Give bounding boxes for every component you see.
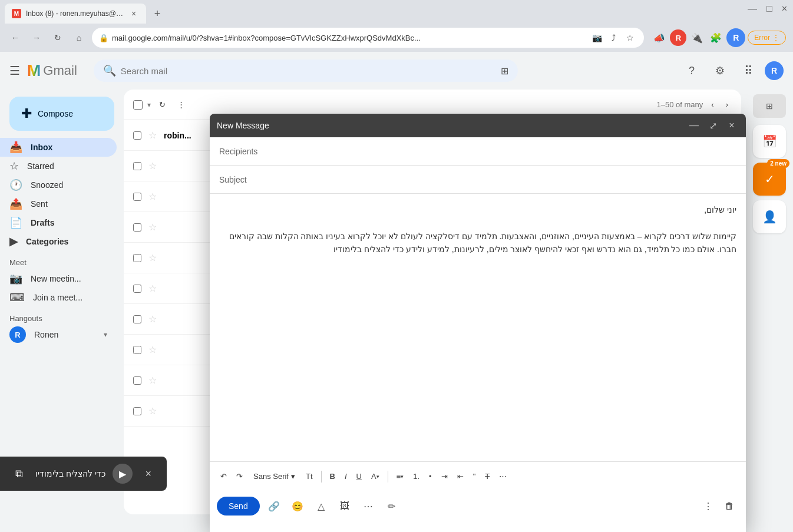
email-star[interactable]: ☆ (148, 130, 157, 141)
email-checkbox[interactable] (133, 131, 141, 140)
email-checkbox[interactable] (133, 315, 141, 323)
sidebar-item-drafts[interactable]: 📄 Drafts (0, 213, 117, 232)
puzzle-ext-icon[interactable]: 🧩 (708, 29, 724, 46)
quote-button[interactable]: " (470, 470, 480, 483)
outdent-button[interactable]: ⇤ (454, 470, 467, 483)
new-tab-button[interactable]: + (148, 5, 166, 22)
maximize-button[interactable]: □ (766, 4, 772, 14)
pen-button[interactable]: ✏ (382, 497, 401, 516)
search-settings-icon[interactable]: ⊞ (501, 65, 508, 77)
compose-body[interactable]: יוני שלום, קיימות שלוש דרכים לקרוא – באמ… (210, 194, 746, 461)
bold-button[interactable]: B (326, 470, 339, 483)
underline-button[interactable]: U (353, 470, 365, 483)
compose-minimize-button[interactable]: — (687, 118, 701, 133)
screenshot-icon[interactable]: 📷 (590, 31, 604, 45)
email-checkbox[interactable] (133, 162, 141, 170)
hangouts-dropdown-icon[interactable]: ▾ (104, 331, 107, 339)
more-actions-button[interactable]: ⋮ (174, 98, 189, 111)
plug-ext-icon[interactable]: 🔌 (689, 29, 705, 46)
drive-button[interactable]: △ (312, 497, 331, 516)
home-button[interactable]: ⌂ (71, 29, 87, 46)
gmail-profile-button[interactable]: R (765, 61, 784, 80)
more-formatting-button[interactable]: ⋯ (495, 470, 510, 483)
calendar-widget[interactable]: 📅 (753, 125, 786, 158)
strikethrough-button[interactable]: T (481, 470, 493, 483)
right-panel-scroll-widget[interactable]: ⊞ (753, 94, 786, 118)
email-star[interactable]: ☆ (148, 160, 157, 171)
sidebar-item-starred[interactable]: ☆ Starred (0, 157, 117, 176)
photo-button[interactable]: 🖼 (335, 497, 354, 516)
minimize-button[interactable]: — (748, 4, 757, 14)
sidebar-item-categories[interactable]: ▶ Categories (0, 232, 117, 251)
red-ext-icon[interactable]: R (670, 29, 686, 46)
italic-button[interactable]: I (341, 470, 351, 483)
email-star[interactable]: ☆ (148, 375, 157, 386)
error-button[interactable]: Error ⋮ (748, 31, 786, 45)
email-checkbox[interactable] (133, 407, 141, 415)
emoji-button[interactable]: 😊 (288, 497, 307, 516)
text-color-button[interactable]: A ▾ (368, 470, 383, 483)
send-button[interactable]: Send (217, 497, 260, 516)
settings-button[interactable]: ⚙ (708, 59, 732, 82)
hamburger-menu-button[interactable]: ☰ (9, 64, 20, 78)
contacts-widget[interactable]: 👤 (753, 200, 786, 233)
more-insert-button[interactable]: ⋯ (359, 497, 378, 516)
compose-button[interactable]: ✚ Compose (9, 97, 114, 131)
compose-expand-button[interactable]: ⤢ (706, 118, 720, 133)
email-checkbox[interactable] (133, 285, 141, 293)
sidebar-item-snoozed[interactable]: 🕐 Snoozed (0, 176, 117, 194)
refresh-button[interactable]: ↻ (156, 98, 169, 111)
prev-page-button[interactable]: ‹ (708, 98, 717, 111)
email-checkbox[interactable] (133, 346, 141, 354)
next-page-button[interactable]: › (722, 98, 732, 111)
compose-close-button[interactable]: × (725, 118, 739, 133)
indent-button[interactable]: ⇥ (438, 470, 451, 483)
email-checkbox[interactable] (133, 376, 141, 385)
url-bar[interactable]: 🔒 mail.google.com/mail/u/0/?shva=1#inbox… (92, 28, 644, 48)
email-star[interactable]: ☆ (148, 222, 157, 233)
email-star[interactable]: ☆ (148, 252, 157, 263)
bullet-list-button[interactable]: • (425, 470, 435, 483)
megaphone-ext-icon[interactable]: 📣 (651, 29, 668, 46)
compose-options-button[interactable]: ⋮ (699, 497, 718, 516)
search-input[interactable]: Search mail (121, 66, 501, 76)
bookmark-icon[interactable]: ☆ (623, 31, 637, 45)
search-bar[interactable]: 🔍 Search mail ⊞ (94, 60, 518, 82)
email-checkbox[interactable] (133, 254, 141, 262)
sidebar-item-join-meet[interactable]: ⌨ Join a meet... (0, 288, 117, 307)
sidebar-item-hangouts-user[interactable]: R Ronen ▾ (0, 325, 117, 344)
forward-button[interactable]: → (28, 29, 45, 46)
email-star[interactable]: ☆ (148, 405, 157, 417)
redo-button[interactable]: ↷ (233, 470, 246, 483)
sidebar-item-new-meeting[interactable]: 📷 New meetin... (0, 269, 117, 288)
back-button[interactable]: ← (7, 29, 24, 46)
reload-button[interactable]: ↻ (49, 29, 66, 46)
email-checkbox[interactable] (133, 193, 141, 201)
email-checkbox[interactable] (133, 223, 141, 232)
email-star[interactable]: ☆ (148, 283, 157, 294)
email-star[interactable]: ☆ (148, 191, 157, 202)
help-button[interactable]: ? (680, 59, 703, 82)
close-window-button[interactable]: × (782, 4, 787, 14)
font-size-button[interactable]: Tt (302, 470, 316, 483)
sidebar-item-sent[interactable]: 📤 Sent (0, 194, 117, 213)
tab-close-button[interactable]: × (128, 8, 139, 19)
share-icon[interactable]: ⤴ (606, 31, 620, 45)
email-star[interactable]: ☆ (148, 344, 157, 355)
apps-button[interactable]: ⠿ (736, 59, 760, 82)
profile-button[interactable]: R (726, 28, 745, 47)
align-button[interactable]: ≡ ▾ (393, 470, 408, 483)
undo-button[interactable]: ↶ (217, 470, 230, 483)
font-selector[interactable]: Sans Serif ▾ (249, 470, 300, 483)
select-all-checkbox[interactable] (133, 100, 143, 110)
select-dropdown-icon[interactable]: ▾ (147, 101, 151, 109)
toast-close-button[interactable]: × (140, 465, 157, 483)
link-button[interactable]: 🔗 (265, 497, 283, 516)
delete-draft-button[interactable]: 🗑 (720, 497, 739, 516)
numbered-list-button[interactable]: 1. (409, 470, 423, 483)
gmail-logo-text: Gmail (43, 63, 77, 78)
browser-tab-active[interactable]: M Inbox (8) - ronen.meyuhas@gma × (5, 4, 146, 24)
toast-play-button[interactable]: ▶ (113, 464, 133, 484)
email-star[interactable]: ☆ (148, 313, 157, 325)
sidebar-item-inbox[interactable]: 📥 Inbox (0, 138, 117, 157)
